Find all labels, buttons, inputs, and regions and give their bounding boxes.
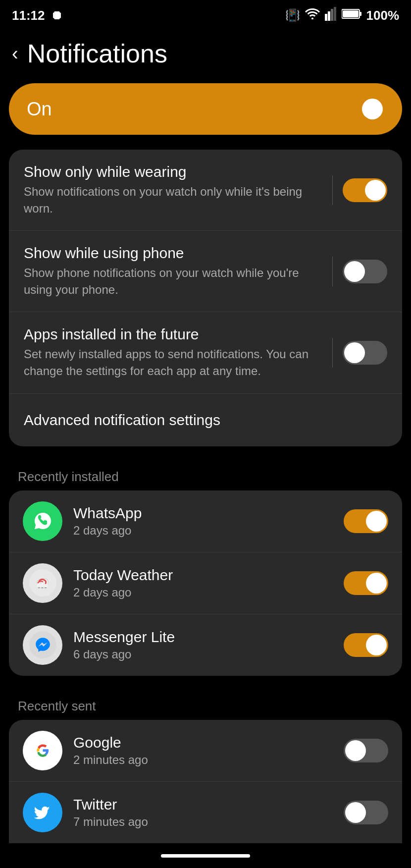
whatsapp-icon [23, 501, 62, 541]
toggle-thumb [344, 342, 365, 363]
future-apps-text: Apps installed in the future Set newly i… [24, 326, 332, 379]
status-bar: 11:12 ⏺ 📳 100% [0, 0, 411, 29]
google-info: Google 2 minutes ago [73, 734, 333, 767]
twitter-time: 7 minutes ago [73, 815, 333, 829]
show-while-wearing-row: Show only while wearing Show notificatio… [9, 150, 402, 231]
toggle-thumb [366, 635, 387, 655]
twitter-name: Twitter [73, 796, 333, 813]
whatsapp-time: 2 days ago [73, 524, 333, 538]
future-apps-subtitle: Set newly installed apps to send notific… [24, 346, 322, 379]
google-icon [23, 731, 62, 770]
twitter-icon [23, 793, 62, 832]
status-left: 11:12 ⏺ [12, 8, 63, 23]
record-icon: ⏺ [51, 8, 63, 22]
show-while-wearing-subtitle: Show notifications on your watch only wh… [24, 183, 322, 217]
weather-name: Today Weather [73, 567, 333, 584]
weather-info: Today Weather 2 days ago [73, 567, 333, 599]
messenger-name: Messenger Lite [73, 629, 333, 646]
messenger-time: 6 days ago [73, 648, 333, 661]
messenger-row: Messenger Lite 6 days ago [9, 614, 402, 676]
weather-row: Today Weather 2 days ago [9, 552, 402, 614]
whatsapp-name: WhatsApp [73, 505, 333, 522]
show-while-wearing-toggle[interactable] [343, 178, 387, 202]
svg-point-15 [29, 631, 56, 658]
show-while-phone-title: Show while using phone [24, 245, 322, 262]
future-apps-title: Apps installed in the future [24, 326, 322, 343]
nav-indicator [161, 854, 250, 858]
show-while-phone-toggle[interactable] [343, 260, 387, 283]
page-header: ‹ Notifications [0, 29, 411, 83]
twitter-info: Twitter 7 minutes ago [73, 796, 333, 829]
messenger-info: Messenger Lite 6 days ago [73, 629, 333, 661]
toggle-thumb [345, 802, 366, 823]
toggle-thumb [344, 261, 365, 282]
svg-rect-2 [331, 9, 333, 21]
whatsapp-info: WhatsApp 2 days ago [73, 505, 333, 538]
toggle-thumb [366, 511, 387, 532]
recently-installed-label: Recently installed [0, 461, 411, 490]
main-toggle-switch[interactable] [340, 97, 384, 121]
toggle-thumb [365, 180, 386, 201]
twitter-row: Twitter 7 minutes ago [9, 782, 402, 844]
future-apps-row: Apps installed in the future Set newly i… [9, 312, 402, 393]
signal-icon [325, 7, 337, 24]
divider2 [332, 257, 333, 286]
divider [332, 175, 333, 205]
messenger-toggle[interactable] [344, 633, 388, 657]
show-while-phone-subtitle: Show phone notifications on your watch w… [24, 265, 322, 298]
status-right: 📳 100% [285, 7, 400, 24]
svg-rect-6 [343, 10, 359, 17]
google-toggle[interactable] [344, 739, 388, 762]
weather-icon [23, 563, 62, 603]
future-apps-toggle[interactable] [343, 341, 387, 365]
google-time: 2 minutes ago [73, 753, 333, 767]
svg-point-7 [29, 507, 56, 535]
svg-rect-3 [334, 7, 336, 21]
main-toggle-card[interactable]: On [9, 83, 402, 135]
nav-bar [0, 843, 411, 868]
main-toggle-thumb [362, 99, 383, 119]
recently-sent-label: Recently sent [0, 691, 411, 720]
whatsapp-toggle[interactable] [344, 509, 388, 533]
toggle-thumb [366, 573, 387, 594]
svg-rect-1 [328, 11, 330, 21]
show-while-wearing-title: Show only while wearing [24, 163, 322, 180]
back-button[interactable]: ‹ [12, 43, 18, 64]
advanced-row[interactable]: Advanced notification settings [9, 394, 402, 446]
weather-time: 2 days ago [73, 586, 333, 599]
divider3 [332, 338, 333, 368]
recently-installed-card: WhatsApp 2 days ago [9, 490, 402, 676]
google-name: Google [73, 734, 333, 751]
svg-rect-11 [37, 584, 48, 588]
wifi-icon [305, 8, 320, 22]
weather-toggle[interactable] [344, 571, 388, 595]
main-toggle-label: On [27, 99, 52, 120]
settings-card: Show only while wearing Show notificatio… [9, 150, 402, 446]
whatsapp-row: WhatsApp 2 days ago [9, 490, 402, 552]
messenger-icon [23, 625, 62, 665]
twitter-toggle[interactable] [344, 801, 388, 824]
page-title: Notifications [27, 39, 167, 68]
battery-icon [342, 8, 361, 22]
google-row: Google 2 minutes ago [9, 720, 402, 782]
show-while-wearing-text: Show only while wearing Show notificatio… [24, 163, 332, 217]
show-while-phone-row: Show while using phone Show phone notifi… [9, 231, 402, 312]
svg-rect-5 [360, 12, 361, 16]
svg-rect-0 [325, 14, 327, 21]
time-display: 11:12 [12, 8, 45, 23]
vibrate-icon: 📳 [285, 8, 300, 22]
advanced-label[interactable]: Advanced notification settings [24, 408, 220, 433]
toggle-thumb [345, 740, 366, 761]
battery-percent: 100% [366, 8, 400, 23]
show-while-phone-text: Show while using phone Show phone notifi… [24, 245, 332, 298]
